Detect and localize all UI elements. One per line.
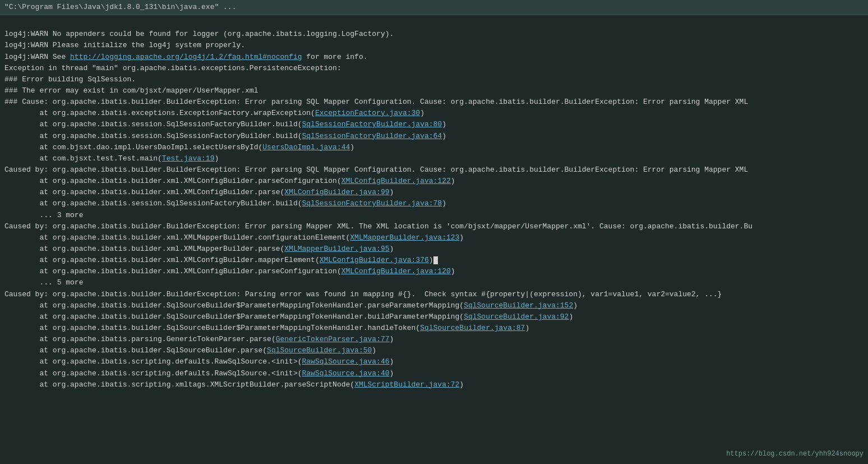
stack-link[interactable]: SqlSourceBuilder.java:50: [267, 346, 372, 355]
stack-link[interactable]: Test.java:19: [162, 154, 215, 163]
console-line-l3: log4j:WARN See http://logging.apache.org…: [4, 52, 864, 63]
console-line-l18: Caused by: org.apache.ibatis.builder.Bui…: [4, 221, 864, 232]
console-line-l16: at org.apache.ibatis.session.SqlSessionF…: [4, 198, 864, 209]
stack-link[interactable]: XMLScriptBuilder.java:72: [354, 380, 459, 389]
console-line-l22: at org.apache.ibatis.builder.xml.XMLConf…: [4, 266, 864, 277]
stack-link[interactable]: XMLConfigBuilder.java:122: [341, 177, 451, 185]
stack-link[interactable]: SqlSourceBuilder.java:92: [464, 313, 569, 321]
stack-link[interactable]: SqlSourceBuilder.java:87: [420, 324, 525, 332]
console-line-l12: at com.bjsxt.test.Test.main(Test.java:19…: [4, 153, 864, 164]
console-line-l32: at org.apache.ibatis.scripting.xmltags.X…: [4, 379, 864, 391]
stack-link[interactable]: SqlSessionFactoryBuilder.java:80: [302, 120, 442, 128]
console-line-l24: Caused by: org.apache.ibatis.builder.Bui…: [4, 289, 864, 300]
title-bar: "C:\Program Files\Java\jdk1.8.0_131\bin\…: [0, 0, 868, 15]
console-line-l13: Caused by: org.apache.ibatis.builder.Bui…: [4, 164, 864, 176]
stack-link[interactable]: RawSqlSource.java:46: [302, 357, 390, 366]
console-line-l21: at org.apache.ibatis.builder.xml.XMLConf…: [4, 255, 864, 266]
console-line-l7: ### Cause: org.apache.ibatis.builder.Bui…: [4, 97, 864, 108]
console-output: log4j:WARN No appenders could be found f…: [0, 15, 868, 393]
console-line-l4: Exception in thread "main" org.apache.ib…: [4, 63, 864, 74]
console-line-l19: at org.apache.ibatis.builder.xml.XMLMapp…: [4, 232, 864, 244]
console-line-l14: at org.apache.ibatis.builder.xml.XMLConf…: [4, 176, 864, 187]
console-line-l6: ### The error may exist in com/bjsxt/map…: [4, 85, 864, 97]
console-line-l11: at com.bjsxt.dao.impl.UsersDaoImpl.selec…: [4, 142, 864, 153]
console-line-l31: at org.apache.ibatis.scripting.defaults.…: [4, 368, 864, 379]
text-cursor: [433, 256, 438, 264]
console-line-l9: at org.apache.ibatis.session.SqlSessionF…: [4, 119, 864, 130]
console-line-l20: at org.apache.ibatis.builder.xml.XMLMapp…: [4, 244, 864, 255]
console-line-l23: ... 5 more: [4, 277, 864, 288]
stack-link[interactable]: UsersDaoImpl.java:44: [262, 143, 350, 151]
console-line-l25: at org.apache.ibatis.builder.SqlSourceBu…: [4, 300, 864, 311]
stack-link[interactable]: SqlSessionFactoryBuilder.java:78: [302, 199, 442, 208]
stack-link[interactable]: XMLMapperBuilder.java:95: [284, 245, 389, 253]
console-line-l15: at org.apache.ibatis.builder.xml.XMLConf…: [4, 187, 864, 198]
console-line-l8: at org.apache.ibatis.exceptions.Exceptio…: [4, 108, 864, 119]
console-line-l30: at org.apache.ibatis.scripting.defaults.…: [4, 356, 864, 367]
console-line-l10: at org.apache.ibatis.session.SqlSessionF…: [4, 131, 864, 142]
console-line-l27: at org.apache.ibatis.builder.SqlSourceBu…: [4, 323, 864, 334]
console-line-l26: at org.apache.ibatis.builder.SqlSourceBu…: [4, 311, 864, 323]
log4j-link[interactable]: http://logging.apache.org/log4j/1.2/faq.…: [70, 53, 302, 61]
console-line-l1: log4j:WARN No appenders could be found f…: [4, 29, 864, 40]
console-line-l17: ... 3 more: [4, 210, 864, 221]
console-line-l28: at org.apache.ibatis.parsing.GenericToke…: [4, 334, 864, 345]
stack-link[interactable]: RawSqlSource.java:40: [302, 369, 390, 378]
console-line-l5: ### Error building SqlSession.: [4, 74, 864, 85]
watermark: https://blog.csdn.net/yhh924snoopy: [726, 449, 864, 460]
console-line-l2: log4j:WARN Please initialize the log4j s…: [4, 40, 864, 51]
stack-link[interactable]: GenericTokenParser.java:77: [276, 335, 390, 343]
console-line-l29: at org.apache.ibatis.builder.SqlSourceBu…: [4, 345, 864, 356]
stack-link[interactable]: SqlSessionFactoryBuilder.java:64: [302, 132, 442, 140]
stack-link[interactable]: ExceptionFactory.java:30: [315, 109, 420, 117]
stack-link[interactable]: XMLMapperBuilder.java:123: [350, 233, 459, 242]
stack-link[interactable]: XMLConfigBuilder.java:99: [284, 188, 389, 196]
stack-link[interactable]: XMLConfigBuilder.java:120: [341, 267, 451, 275]
stack-link[interactable]: SqlSourceBuilder.java:152: [464, 301, 573, 310]
stack-link-cursor[interactable]: XMLConfigBuilder.java:376: [320, 256, 429, 264]
title-text: "C:\Program Files\Java\jdk1.8.0_131\bin\…: [4, 3, 236, 11]
